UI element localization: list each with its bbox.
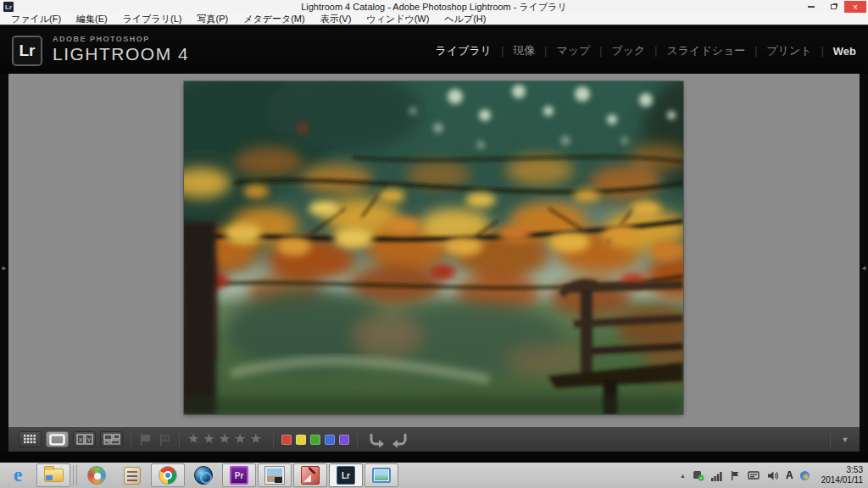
menu-file[interactable]: ファイル(F) <box>3 13 69 25</box>
taskbar-file-explorer[interactable] <box>36 463 70 487</box>
left-panel-collapsed[interactable]: ► <box>0 74 8 463</box>
menu-window[interactable]: ウィンドウ(W) <box>359 13 437 25</box>
toolbar-separator <box>179 431 180 448</box>
toolbar-separator <box>273 431 274 448</box>
taskbar-organizer-app[interactable] <box>115 463 149 487</box>
clock-time: 3:53 <box>821 465 863 475</box>
menu-view[interactable]: 表示(V) <box>313 13 359 25</box>
organizer-app-icon <box>124 467 141 485</box>
internet-explorer-icon: e <box>14 464 22 486</box>
taskbar-media-player[interactable] <box>186 463 220 487</box>
color-label-green[interactable] <box>310 435 320 445</box>
taskbar-internet-explorer[interactable]: e <box>1 463 35 487</box>
svg-text:Y: Y <box>86 437 91 443</box>
photo-viewer-icon <box>265 467 284 484</box>
file-explorer-icon <box>44 469 64 482</box>
minimize-icon <box>808 6 815 8</box>
toolbar-options-dropdown[interactable]: ▼ <box>831 435 860 444</box>
lightroom-taskbar-icon: Lr <box>337 466 355 485</box>
restore-button[interactable] <box>822 1 844 13</box>
menu-edit[interactable]: 編集(E) <box>69 13 115 25</box>
color-label-yellow[interactable] <box>296 435 306 445</box>
network-signal-icon[interactable] <box>711 470 723 481</box>
menu-photo[interactable]: 写真(P) <box>189 13 236 25</box>
module-develop[interactable]: 現像 <box>513 43 535 58</box>
photo-image[interactable] <box>184 81 683 414</box>
system-tray: ▲ A 3:53 2014/01/11 <box>680 465 868 485</box>
taskbar-media-converter[interactable] <box>80 463 114 487</box>
rotate-right-button[interactable] <box>389 430 411 449</box>
toolbar-separator <box>357 431 358 448</box>
loupe-view-icon <box>49 434 65 446</box>
media-converter-icon <box>87 466 106 485</box>
window-bottom-band <box>0 452 868 463</box>
security-status-icon[interactable] <box>693 469 704 481</box>
clock-date: 2014/01/11 <box>821 475 863 485</box>
module-print[interactable]: プリント <box>766 43 811 58</box>
taskbar-divider <box>73 465 77 485</box>
chrome-icon <box>159 466 177 485</box>
menu-help[interactable]: ヘルプ(H) <box>437 13 493 25</box>
library-toolbar: X Y ★★★★★ <box>8 427 860 452</box>
action-center-flag-icon[interactable] <box>730 470 741 481</box>
svg-text:X: X <box>78 437 82 443</box>
windows-taskbar: e Pr Lr ▲ <box>0 463 868 488</box>
updater-tray-icon[interactable] <box>800 471 810 480</box>
show-hidden-icons-button[interactable]: ▲ <box>680 473 686 479</box>
right-panel-collapsed[interactable]: ◄ <box>860 74 868 463</box>
taskbar-premiere[interactable]: Pr <box>222 463 256 487</box>
menu-bar: ファイル(F) 編集(E) ライブラリ(L) 写真(P) メタデータ(M) 表示… <box>0 14 868 26</box>
brand-text: ADOBE PHOTOSHOP LIGHTROOM 4 <box>53 35 189 64</box>
taskbar-photo-viewer[interactable] <box>258 463 292 487</box>
module-web[interactable]: Web <box>833 45 856 58</box>
grid-view-button[interactable] <box>19 431 42 447</box>
toolbar-separator <box>131 431 131 448</box>
survey-view-icon <box>103 434 120 445</box>
taskbar-lightroom[interactable]: Lr <box>329 463 363 487</box>
touch-keyboard-icon[interactable] <box>748 470 760 481</box>
rotate-right-icon <box>392 432 409 447</box>
color-labels <box>281 435 349 445</box>
compare-view-button[interactable]: X Y <box>73 431 96 447</box>
lightroom-logo: Lr <box>12 36 42 66</box>
rotate-left-icon <box>368 432 385 447</box>
compare-view-icon: X Y <box>76 434 93 445</box>
restore-icon <box>831 4 837 9</box>
photo-canvas <box>184 81 683 414</box>
volume-icon[interactable] <box>767 470 779 481</box>
taskbar-clock[interactable]: 3:53 2014/01/11 <box>816 465 863 485</box>
module-map[interactable]: マップ <box>556 43 590 58</box>
rotate-left-button[interactable] <box>365 430 387 449</box>
taskbar-image-resizer[interactable] <box>364 463 398 487</box>
taskbar-chrome[interactable] <box>151 463 185 487</box>
module-book[interactable]: ブック <box>611 43 645 58</box>
color-label-blue[interactable] <box>325 435 335 445</box>
module-slideshow[interactable]: スライドショー <box>666 43 745 58</box>
window-title: Lightroom 4 Catalog - Adobe Photoshop Li… <box>0 1 868 14</box>
taskbar-picture-manager[interactable] <box>293 463 327 487</box>
right-panel-expand-icon: ◄ <box>860 264 867 272</box>
color-label-red[interactable] <box>281 435 292 445</box>
menu-library[interactable]: ライブラリ(L) <box>115 13 190 25</box>
module-library[interactable]: ライブラリ <box>436 43 492 58</box>
lightroom-header: Lr ADOBE PHOTOSHOP LIGHTROOM 4 ライブラリ | 現… <box>0 28 868 74</box>
picture-manager-icon <box>301 466 320 485</box>
minimize-button[interactable] <box>800 1 822 13</box>
star-rating[interactable]: ★★★★★ <box>187 430 265 446</box>
flag-pick-icon[interactable] <box>139 433 152 446</box>
ime-mode-indicator[interactable]: A <box>786 469 793 481</box>
left-panel-expand-icon: ► <box>1 264 8 272</box>
premiere-icon: Pr <box>230 466 248 485</box>
image-resizer-icon <box>372 468 391 483</box>
flag-reject-icon[interactable] <box>159 433 171 446</box>
color-label-purple[interactable] <box>339 435 349 445</box>
app-icon: Lr <box>3 2 14 12</box>
survey-view-button[interactable] <box>100 431 123 447</box>
module-picker: ライブラリ | 現像 | マップ | ブック | スライドショー | プリント … <box>436 28 856 74</box>
media-player-icon <box>194 466 213 485</box>
close-button[interactable]: × <box>844 1 866 13</box>
window-titlebar: Lr Lightroom 4 Catalog - Adobe Photoshop… <box>0 0 868 14</box>
loupe-view-button[interactable] <box>46 431 69 447</box>
grid-view-icon <box>23 434 38 445</box>
menu-metadata[interactable]: メタデータ(M) <box>236 13 313 25</box>
